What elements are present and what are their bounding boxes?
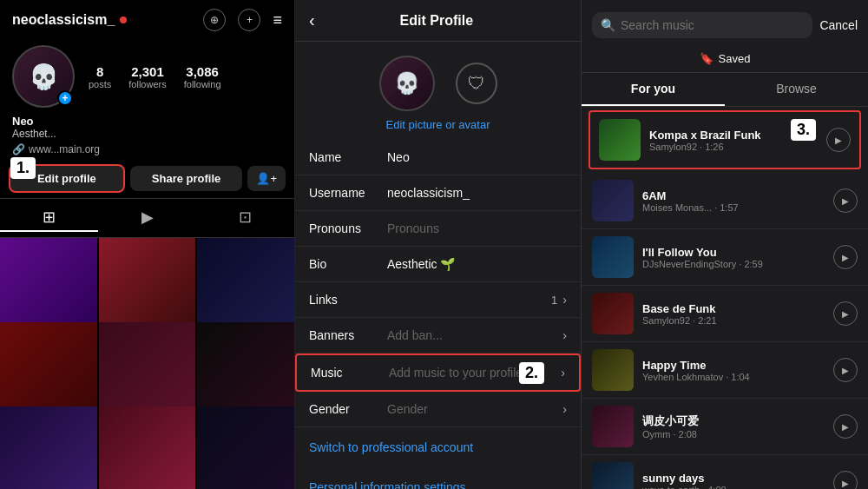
field-label-gender: Gender [309, 402, 387, 416]
song-title: Base de Funk [642, 302, 825, 315]
play-button[interactable]: ▶ [833, 188, 858, 213]
add-icon[interactable]: + [238, 9, 260, 31]
field-value-banners: Add ban... [387, 328, 562, 342]
add-person-button[interactable]: 👤+ [247, 166, 286, 191]
grid-cell-7[interactable] [0, 406, 97, 489]
menu-icon[interactable]: ≡ [273, 11, 282, 30]
grid-cell-4[interactable] [0, 322, 97, 420]
grid-cell-1[interactable] [0, 238, 97, 335]
edit-picture-link[interactable]: Edit picture or avatar [295, 118, 581, 140]
play-button[interactable]: ▶ [833, 358, 858, 382]
personal-info-link[interactable]: Personal information settings [295, 467, 581, 489]
field-links[interactable]: Links 1 › [295, 282, 581, 318]
link-row: 🔗 www...main.org [0, 142, 294, 159]
grid-cell-6[interactable] [197, 322, 294, 420]
field-username[interactable]: Username neoclassicism_ [295, 175, 581, 211]
field-label-banners: Banners [309, 328, 387, 342]
threads-icon[interactable]: ⊕ [203, 9, 226, 31]
posts-count: 8 [89, 64, 111, 79]
stat-following: 3,086 following [184, 64, 221, 89]
field-name[interactable]: Name Neo [295, 140, 581, 175]
song-row[interactable]: Happy Time Yevhen Lokhmatov · 1:04 ▶ [582, 342, 868, 399]
song-row[interactable]: Kompa x Brazil Funk Samylon92 · 1:26 3. … [589, 110, 861, 169]
play-button[interactable]: ▶ [826, 128, 851, 152]
grid-cell-9[interactable] [197, 406, 294, 489]
step2-badge: 2. [519, 362, 544, 384]
nav-reels[interactable]: ▶ [98, 204, 196, 232]
field-label-pronouns: Pronouns [309, 221, 387, 235]
play-button[interactable]: ▶ [833, 301, 858, 326]
bio-section: Neo Aesthet... [0, 111, 294, 142]
link-text[interactable]: www...main.org [29, 143, 100, 155]
song-title: 调皮小可爱 [642, 413, 825, 429]
avatar-icon-option[interactable]: 🛡 [456, 63, 497, 104]
song-row[interactable]: Base de Funk Samylon92 · 2:21 ▶ [582, 286, 868, 342]
stat-followers: 2,301 followers [128, 64, 166, 89]
field-label-bio: Bio [309, 257, 387, 271]
song-meta: Oymm · 2:08 [642, 429, 825, 439]
links-count: 1 [551, 294, 557, 307]
tab-for-you[interactable]: For you [582, 73, 725, 106]
search-box[interactable]: 🔍 [592, 12, 812, 38]
song-thumbnail [592, 462, 634, 489]
field-banners[interactable]: Banners Add ban... › [295, 318, 581, 354]
nav-tagged[interactable]: ⊡ [196, 204, 294, 232]
field-value-username: neoclassicism_ [387, 186, 567, 200]
song-title: sunny days [642, 472, 825, 485]
search-input[interactable] [621, 18, 804, 32]
grid-cell-2[interactable] [99, 238, 196, 335]
instagram-profile-panel: neoclassicism_ ⊕ + ≡ 💀 + 8 posts 2,301 f… [0, 0, 295, 489]
switch-account-text[interactable]: Switch to professional account [309, 440, 473, 454]
grid-cell-5[interactable] [99, 322, 196, 420]
song-title: 6AM [642, 189, 825, 202]
grid-cell-8[interactable] [99, 406, 196, 489]
song-row[interactable]: 调皮小可爱 Oymm · 2:08 ▶ [582, 399, 868, 455]
grid-cell-3[interactable] [197, 238, 294, 335]
song-row[interactable]: 6AM Moises Monas... · 1:57 ▶ [582, 173, 868, 229]
switch-account-link[interactable]: Switch to professional account [295, 427, 581, 467]
song-row[interactable]: I'll Follow You DJsNeverEndingStory · 2:… [582, 229, 868, 286]
song-info: sunny days wave to earth · 4:08 [642, 472, 825, 490]
tab-browse[interactable]: Browse [725, 73, 868, 106]
play-button[interactable]: ▶ [833, 471, 858, 489]
field-bio[interactable]: Bio Aesthetic 🌱 [295, 247, 581, 282]
field-music[interactable]: Music Add music to your profile 2. › [295, 354, 581, 392]
song-info: 调皮小可爱 Oymm · 2:08 [642, 413, 825, 439]
cancel-button[interactable]: Cancel [819, 18, 858, 32]
nav-grid[interactable]: ⊞ [0, 204, 98, 232]
followers-count: 2,301 [128, 64, 166, 79]
followers-label: followers [128, 79, 166, 89]
avatar-section: 💀 🛡 [295, 42, 581, 118]
profile-actions: Edit profile Share profile 👤+ [0, 159, 294, 198]
share-profile-button[interactable]: Share profile [130, 166, 243, 191]
song-title: I'll Follow You [642, 246, 825, 259]
edit-profile-title: Edit Profile [324, 13, 549, 29]
bio-text: Aesthet... [12, 128, 282, 140]
song-meta: DJsNeverEndingStory · 2:59 [642, 259, 825, 269]
song-thumbnail [592, 180, 634, 221]
song-meta: Samylon92 · 1:26 [649, 142, 818, 152]
field-gender[interactable]: Gender Gender › [295, 392, 581, 427]
links-chevron-icon: › [562, 293, 567, 307]
verified-dot [120, 17, 127, 23]
song-row[interactable]: sunny days wave to earth · 4:08 ▶ [582, 455, 868, 489]
song-info: Base de Funk Samylon92 · 2:21 [642, 302, 825, 326]
personal-info-text[interactable]: Personal information settings [309, 480, 466, 489]
edit-avatar[interactable]: 💀 [379, 56, 435, 111]
gender-chevron-icon: › [562, 402, 567, 416]
plus-badge[interactable]: + [57, 90, 73, 106]
back-button[interactable]: ‹ [309, 10, 315, 30]
field-label-username: Username [309, 186, 387, 200]
music-tabs: For you Browse [582, 73, 868, 107]
play-button[interactable]: ▶ [833, 245, 858, 269]
step1-badge: 1. [10, 157, 36, 179]
step3-badge: 3. [791, 119, 816, 141]
song-meta: Yevhen Lokhmatov · 1:04 [642, 372, 825, 382]
field-pronouns[interactable]: Pronouns Pronouns [295, 211, 581, 247]
saved-label: Saved [719, 52, 751, 65]
saved-bar[interactable]: 🔖 Saved [582, 45, 868, 73]
bio-name: Neo [12, 115, 282, 128]
play-button[interactable]: ▶ [833, 414, 858, 439]
banners-chevron-icon: › [562, 328, 567, 342]
field-value-gender: Gender [387, 402, 562, 416]
